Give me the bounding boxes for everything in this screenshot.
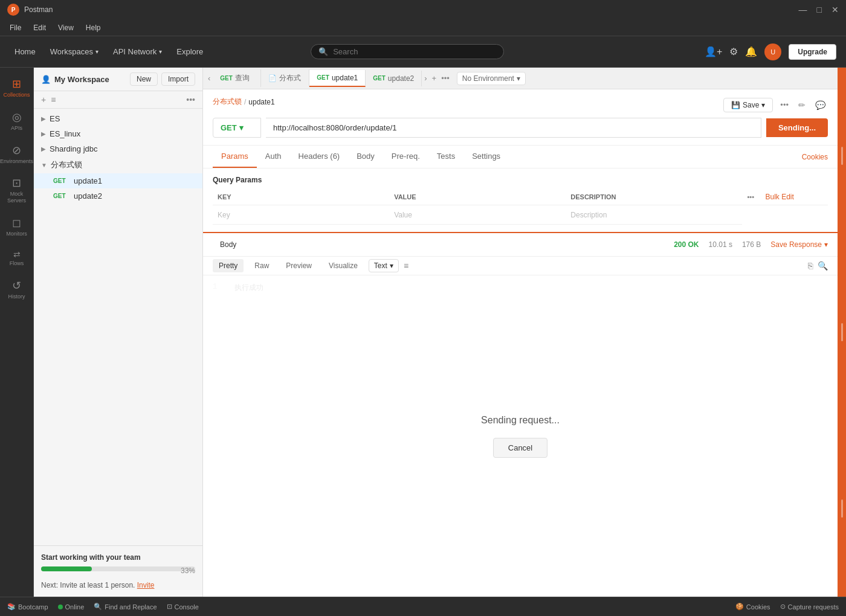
minimize-btn[interactable]: —: [799, 5, 807, 14]
comment-icon[interactable]: 💬: [813, 98, 828, 112]
menu-file[interactable]: File: [5, 22, 26, 34]
statusbar-bootcamp[interactable]: 📚 Bootcamp: [7, 603, 48, 611]
upgrade-button[interactable]: Upgrade: [789, 44, 836, 60]
tab-update1[interactable]: GET update1: [309, 70, 366, 87]
statusbar-capture[interactable]: ⊙ Capture requests: [780, 603, 839, 611]
menu-help[interactable]: Help: [81, 22, 106, 34]
tab-get-query[interactable]: GET 查询: [213, 69, 261, 87]
format-tab-pretty[interactable]: Pretty: [213, 259, 244, 272]
add-collection-icon[interactable]: +: [41, 95, 46, 104]
maximize-btn[interactable]: □: [817, 5, 822, 14]
cancel-button[interactable]: Cancel: [493, 438, 547, 458]
send-button[interactable]: Sending...: [766, 118, 828, 137]
new-button[interactable]: New: [130, 72, 158, 86]
text-format-select[interactable]: Text ▾: [369, 259, 399, 272]
format-tab-preview[interactable]: Preview: [280, 259, 318, 272]
copy-icon[interactable]: ⎘: [808, 261, 813, 271]
sidebar-item-flows[interactable]: ⇄ Flows: [2, 245, 31, 272]
tree-item-es-linux[interactable]: ▶ ES_linux: [34, 126, 202, 141]
more-options-icon[interactable]: •••: [186, 95, 195, 104]
url-input[interactable]: [266, 118, 761, 138]
menu-edit[interactable]: Edit: [28, 22, 51, 34]
sidebar-item-mock-servers[interactable]: ⊡ Mock Servers: [2, 172, 31, 209]
save-response-btn[interactable]: Save Response ▾: [770, 240, 828, 249]
statusbar-cookies[interactable]: 🍪 Cookies: [735, 603, 770, 611]
invite-link[interactable]: Invite: [137, 581, 155, 589]
tab-update2[interactable]: GET update2: [366, 71, 422, 86]
sidebar-item-apis[interactable]: ◎ APIs: [2, 106, 31, 136]
request-area: 分布式锁 / update1 💾 Save ▾ ••• ✏ 💬: [203, 89, 838, 146]
tab-nav-next[interactable]: ›: [422, 71, 429, 85]
add-user-icon[interactable]: 👤+: [705, 46, 722, 57]
params-table: KEY VALUE DESCRIPTION ••• Bulk Edit: [213, 189, 828, 225]
desc-input[interactable]: [570, 211, 737, 219]
search-response-icon[interactable]: 🔍: [818, 261, 828, 271]
tree-item-distributed[interactable]: ▼ 分布式锁: [34, 156, 202, 173]
req-tab-auth[interactable]: Auth: [257, 146, 290, 168]
tab-distributed[interactable]: 📄 分布式: [261, 69, 309, 87]
sidebar-item-environments[interactable]: ⊘ Environments: [2, 139, 31, 170]
import-button[interactable]: Import: [161, 72, 195, 86]
explore-link[interactable]: Explore: [172, 45, 208, 59]
statusbar-online[interactable]: Online: [58, 603, 85, 611]
breadcrumb-parent[interactable]: 分布式锁: [213, 97, 242, 107]
tab4-label: update2: [388, 74, 414, 83]
tab3-label: update1: [332, 74, 358, 82]
close-btn[interactable]: ✕: [831, 5, 839, 14]
workspaces-menu[interactable]: Workspaces ▾: [45, 45, 103, 59]
user-avatar[interactable]: U: [764, 43, 781, 60]
format-tab-raw[interactable]: Raw: [248, 259, 275, 272]
api-network-menu[interactable]: API Network ▾: [108, 45, 167, 59]
resp-tab-body[interactable]: Body: [213, 237, 244, 252]
req-tab-body[interactable]: Body: [348, 146, 383, 168]
format-tab-visualize[interactable]: Visualize: [323, 259, 364, 272]
key-input[interactable]: [218, 211, 384, 219]
table-more-icon[interactable]: •••: [747, 193, 754, 201]
es-label: ES: [50, 114, 195, 123]
tree-item-update2[interactable]: GET update2: [34, 188, 202, 204]
req-tab-prereq[interactable]: Pre-req.: [383, 146, 428, 168]
topnav: Home Workspaces ▾ API Network ▾ Explore …: [0, 36, 846, 68]
es-chevron: ▶: [41, 115, 46, 122]
response-meta: 200 OK 10.01 s 176 B Save Response ▾: [674, 240, 828, 249]
req-tab-headers[interactable]: Headers (6): [290, 146, 349, 168]
search-bar[interactable]: 🔍: [311, 44, 504, 59]
tab-nav-prev[interactable]: ‹: [205, 71, 213, 85]
statusbar-find-replace[interactable]: 🔍 Find and Replace: [94, 603, 157, 611]
req-tab-tests[interactable]: Tests: [428, 146, 463, 168]
tree-item-sharding[interactable]: ▶ Sharding jdbc: [34, 141, 202, 156]
window-controls[interactable]: — □ ✕: [799, 5, 839, 14]
req-tab-settings[interactable]: Settings: [463, 146, 509, 168]
env-selector[interactable]: No Environment ▾: [457, 72, 526, 85]
value-input[interactable]: [394, 211, 561, 219]
method-label: GET: [221, 123, 237, 132]
tree-item-update1[interactable]: GET update1: [34, 173, 202, 188]
bulk-edit-btn[interactable]: Bulk Edit: [765, 193, 793, 201]
settings-icon[interactable]: ⚙: [729, 46, 738, 57]
response-time: 10.01 s: [709, 240, 732, 249]
method-select[interactable]: GET ▾: [213, 118, 261, 138]
tab-more[interactable]: •••: [439, 71, 452, 85]
req-tab-params[interactable]: Params: [213, 146, 257, 168]
format-lines-icon[interactable]: ≡: [404, 261, 408, 271]
es-linux-label: ES_linux: [50, 129, 195, 138]
sidebar-item-history[interactable]: ↺ History: [2, 274, 31, 305]
bell-icon[interactable]: 🔔: [745, 46, 757, 57]
progress-bar-bg: [41, 566, 195, 571]
sort-icon[interactable]: ≡: [51, 95, 56, 104]
progress-title: Start working with your team: [41, 553, 195, 562]
sidebar-item-collections[interactable]: ⊞ Collections: [2, 72, 31, 103]
search-input[interactable]: [333, 47, 496, 56]
tree-item-es[interactable]: ▶ ES: [34, 111, 202, 126]
menu-view[interactable]: View: [53, 22, 79, 34]
more-options-btn[interactable]: •••: [778, 98, 791, 112]
home-link[interactable]: Home: [10, 45, 40, 59]
sidebar-item-monitors[interactable]: ◻ Monitors: [2, 211, 31, 242]
edit-icon[interactable]: ✏: [796, 98, 808, 112]
statusbar-console[interactable]: ⊡ Console: [167, 603, 199, 611]
sharding-chevron: ▶: [41, 146, 46, 152]
bootcamp-label: Bootcamp: [18, 603, 48, 611]
cookies-link[interactable]: Cookies: [802, 153, 828, 161]
tab-add[interactable]: +: [430, 71, 439, 85]
save-button[interactable]: 💾 Save ▾: [723, 98, 773, 112]
